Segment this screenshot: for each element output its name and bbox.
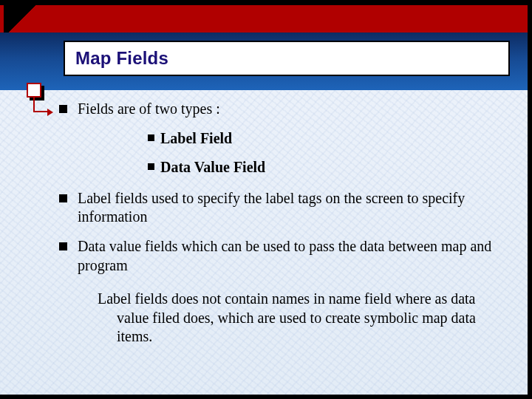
sub-bullet-text: Label Field: [160, 129, 232, 149]
bullet-text: Data value fields which can be used to p…: [78, 237, 507, 275]
side-connector-line: [33, 98, 35, 112]
content-area: Fields are of two types : Label Field Da…: [59, 100, 507, 380]
square-bullet-icon: [59, 242, 67, 250]
title-box: Map Fields: [64, 41, 510, 76]
footer-note: Label fields does not contain names in n…: [81, 290, 507, 347]
bullet-data-desc: Data value fields which can be used to p…: [59, 237, 507, 275]
bullet-label-desc: Label fields used to specify the label t…: [59, 189, 507, 227]
sub-bullet-group: Label Field Data Value Field: [148, 129, 507, 177]
sub-bullet-data-field: Data Value Field: [148, 158, 507, 177]
sub-bullet-text: Data Value Field: [160, 158, 265, 177]
sub-bullet-label-field: Label Field: [148, 129, 507, 149]
square-bullet-icon: [148, 163, 154, 170]
side-arrow-icon: [47, 109, 53, 116]
header-black-stripe: [0, 0, 528, 5]
bullet-intro: Fields are of two types :: [59, 100, 507, 119]
slide: Map Fields Fields are of two types : Lab…: [0, 0, 532, 399]
square-bullet-icon: [148, 134, 154, 141]
side-marker-icon: [27, 83, 41, 98]
slide-title: Map Fields: [75, 48, 168, 69]
bullet-intro-text: Fields are of two types :: [78, 100, 507, 119]
bullet-text: Label fields used to specify the label t…: [78, 189, 507, 227]
square-bullet-icon: [59, 194, 67, 202]
square-bullet-icon: [59, 105, 67, 113]
